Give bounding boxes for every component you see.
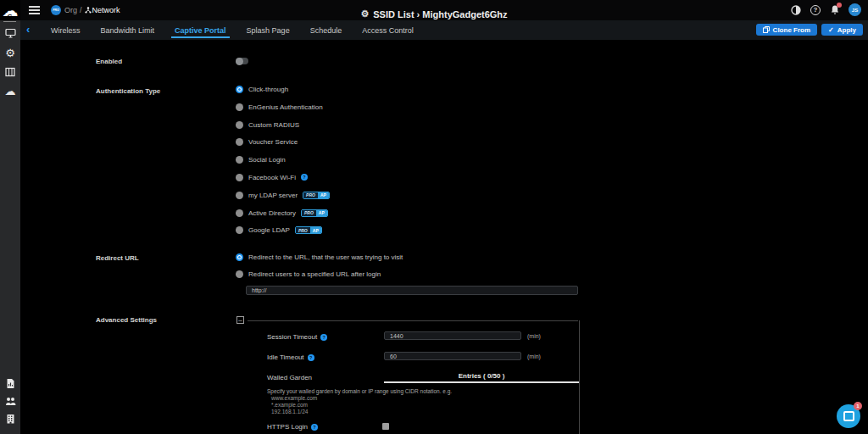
tab-schedule[interactable]: Schedule [300,20,353,40]
help-example: www.example.com [267,395,452,402]
sidebar-divider [3,21,16,22]
radio[interactable] [236,226,243,234]
user-avatar[interactable]: JS [849,3,861,16]
enabled-label: Enabled [96,58,122,65]
tab-captive-portal[interactable]: Captive Portal [164,20,236,40]
tab-bandwidth-limit[interactable]: Bandwidth Limit [91,20,165,40]
top-bar: ☁G PRO Org / Network ⚙ SSID List › Might… [0,0,868,20]
notifications-bell-icon[interactable] [829,4,841,16]
help-example: *.example.com [267,402,452,409]
auth-option-google-ldap[interactable]: Google LDAP PROAP [236,226,330,234]
session-timeout-unit: (min) [527,333,541,339]
help-example: 192.168.1.1/24 [267,409,452,415]
radio[interactable] [236,103,243,111]
idle-timeout-input[interactable] [384,352,521,360]
pro-ap-badge: PROAP [295,226,322,234]
redirect-option-specified-url[interactable]: Redirect users to a specified URL after … [236,270,381,278]
auth-option-active-directory[interactable]: Active Directory PROAP [236,209,330,217]
page-title-wrap: ⚙ SSID List › MightyGadget6Ghz [0,5,868,20]
radio[interactable] [236,270,243,278]
page-title: SSID List › MightyGadget6Ghz [373,9,507,19]
authentication-options: Click-through EnGenius Authentication Cu… [236,86,330,234]
radio[interactable] [236,156,243,164]
auth-option-voucher-service[interactable]: Voucher Service [236,138,330,146]
radio[interactable] [236,121,243,129]
pro-ap-badge: PROAP [303,192,330,199]
walled-garden-help: Specify your walled garden by domain or … [267,388,452,415]
idle-timeout-info-icon[interactable]: ? [308,354,314,361]
chat-bubble-icon [843,411,854,421]
reports-grid-icon[interactable] [4,66,16,78]
collapse-minus-icon[interactable]: – [236,316,244,324]
walled-garden-entries-tab[interactable]: Entries ( 0/50 ) [384,372,579,380]
idle-timeout-label: Idle Timeout ? [267,353,314,361]
tabs: Wireless Bandwidth Limit Captive Portal … [41,20,424,40]
redirect-option-original-url[interactable]: Redirect to the URL, that the user was t… [236,253,403,261]
auth-option-custom-radius[interactable]: Custom RADIUS [236,121,330,129]
left-sidebar: ⚙ ☁ [0,20,20,434]
clone-from-button[interactable]: Clone From [756,24,817,36]
theme-contrast-icon[interactable] [790,4,802,16]
redirect-url-input[interactable] [246,286,578,295]
advanced-panel-right-border [579,320,580,434]
radio-selected[interactable] [236,86,243,93]
facebook-wifi-info-icon[interactable]: ? [301,174,308,181]
cloud-services-icon[interactable]: ☁ [4,85,16,97]
chat-launcher-button[interactable]: 1 [837,404,860,428]
clone-icon [763,26,770,33]
report-document-icon[interactable] [4,377,16,389]
auth-option-engenius-authentication[interactable]: EnGenius Authentication [236,103,330,111]
radio[interactable] [236,209,243,217]
auth-option-click-through[interactable]: Click-through [236,86,330,93]
radio-selected[interactable] [236,253,243,261]
radio[interactable] [236,192,243,199]
pro-ap-badge: PROAP [301,209,328,217]
auth-option-facebook-wifi[interactable]: Facebook Wi-Fi ? [236,174,330,181]
session-timeout-input[interactable] [384,331,521,340]
help-icon[interactable]: ? [810,4,821,16]
apply-button[interactable]: ✓ Apply [821,24,863,36]
help-intro: Specify your walled garden by domain or … [267,388,452,395]
session-timeout-label: Session Timeout ? [267,333,327,341]
radio[interactable] [236,138,243,146]
authentication-type-label: Authentication Type [96,87,160,95]
radio[interactable] [236,174,243,181]
session-timeout-info-icon[interactable]: ? [320,334,327,341]
https-login-label: HTTPS Login ? [267,423,318,431]
auth-option-social-login[interactable]: Social Login [236,156,330,164]
https-login-info-icon[interactable]: ? [311,424,318,431]
team-users-icon[interactable] [4,395,16,407]
redirect-url-label: Redirect URL [96,254,139,262]
tab-wireless[interactable]: Wireless [41,20,91,40]
notification-dot [837,3,842,8]
app-root: ☁G PRO Org / Network ⚙ SSID List › Might… [0,0,868,434]
enabled-toggle[interactable] [236,58,248,64]
walled-garden-label: Walled Garden [267,374,312,381]
monitor-icon[interactable] [4,27,16,39]
entries-tab-underline [384,381,579,383]
tab-splash-page[interactable]: Splash Page [236,20,300,40]
settings-gear-icon[interactable]: ⚙ [4,47,16,58]
chat-unread-badge: 1 [854,402,862,410]
back-chevron-icon[interactable]: ‹ [26,23,30,36]
idle-timeout-unit: (min) [527,353,541,359]
auth-option-my-ldap-server[interactable]: my LDAP server PROAP [236,192,330,199]
advanced-panel-top-border [248,320,578,321]
tab-bar: ‹ Wireless Bandwidth Limit Captive Porta… [20,20,868,40]
check-icon: ✓ [828,26,834,34]
https-login-checkbox[interactable] [382,423,389,430]
tab-access-control[interactable]: Access Control [352,20,424,40]
organization-building-icon[interactable] [4,413,16,425]
ssid-gear-icon: ⚙ [360,9,369,19]
advanced-settings-label: Advanced Settings [96,316,157,324]
